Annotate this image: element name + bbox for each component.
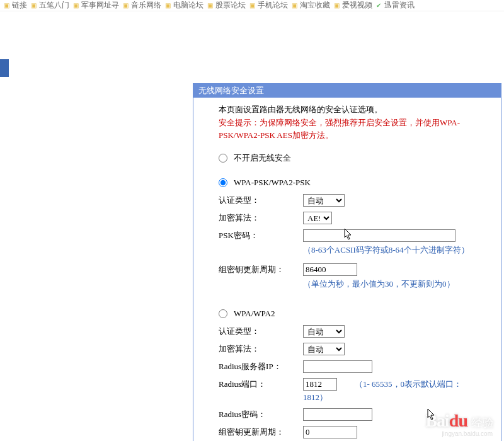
field-radius-ip: Radius服务器IP： <box>219 360 492 373</box>
security-option-wpapsk[interactable]: WPA-PSK/WPA2-PSK <box>219 178 492 188</box>
folder-icon: ▣ <box>333 2 340 9</box>
psk-password-input[interactable] <box>303 229 455 242</box>
panel-body: 本页面设置路由器无线网络的安全认证选项。 安全提示：为保障网络安全，强烈推荐开启… <box>193 98 501 441</box>
watermark-url: jingyan.baidu.com <box>442 430 493 437</box>
field-auth-type: 认证类型： 自动 <box>219 194 492 207</box>
radius-port-hint: （1- 65535，0表示默认端口： <box>355 379 462 390</box>
radius-port-hint2: 1812） <box>303 392 492 403</box>
group-key-hint: （单位为秒，最小值为30，不更新则为0） <box>303 278 492 290</box>
radio-none[interactable] <box>219 154 227 163</box>
psk-password-label: PSK密码： <box>219 230 303 241</box>
wpa-group-key-input[interactable] <box>303 426 357 438</box>
radius-pwd-input[interactable] <box>303 408 372 421</box>
bookmark-item[interactable]: ▣手机论坛 <box>248 0 288 11</box>
bookmark-item[interactable]: ▣股票论坛 <box>206 0 246 11</box>
wpa-auth-type-label: 认证类型： <box>219 326 303 337</box>
bookmark-item[interactable]: ▣音乐网络 <box>122 0 161 11</box>
wpa-auth-type-select[interactable]: 自动 <box>303 325 345 338</box>
bookmark-item[interactable]: ▣军事网址寻 <box>72 0 119 11</box>
intro-warning: 安全提示：为保障网络安全，强烈推荐开启安全设置，并使用WPA-PSK/WPA2-… <box>219 117 492 141</box>
left-tab-indicator <box>0 59 9 77</box>
watermark-sub: 经验 <box>471 415 494 430</box>
folder-icon: ▣ <box>248 2 256 9</box>
radio-wpa-label: WPA/WPA2 <box>234 309 275 319</box>
intro-text: 本页面设置路由器无线网络的安全认证选项。 <box>219 104 492 115</box>
radius-port-label: Radius端口： <box>219 379 303 390</box>
radio-none-label: 不开启无线安全 <box>234 152 291 164</box>
bookmark-item[interactable]: ✔迅雷资讯 <box>375 0 415 11</box>
auth-type-label: 认证类型： <box>219 195 303 206</box>
encrypt-algo-select[interactable]: AES <box>303 212 332 224</box>
check-icon: ✔ <box>375 2 382 9</box>
group-key-label: 组密钥更新周期： <box>219 264 303 275</box>
field-group-key: 组密钥更新周期： <box>219 263 492 276</box>
bookmark-item[interactable]: ▣链接 <box>3 0 27 11</box>
folder-icon: ▣ <box>206 2 214 9</box>
group-key-input[interactable] <box>303 263 357 276</box>
wpa-group-key-label: 组密钥更新周期： <box>219 427 303 438</box>
radio-wpapsk-label: WPA-PSK/WPA2-PSK <box>234 178 311 188</box>
watermark-logo: Baidu <box>425 411 467 431</box>
field-wpa-auth-type: 认证类型： 自动 <box>219 325 492 338</box>
radius-port-input[interactable] <box>303 378 337 391</box>
panel-title: 无线网络安全设置 <box>193 84 501 98</box>
radio-wpapsk[interactable] <box>219 178 227 187</box>
radius-ip-input[interactable] <box>303 360 372 373</box>
wireless-security-panel: 无线网络安全设置 本页面设置路由器无线网络的安全认证选项。 安全提示：为保障网络… <box>193 83 501 441</box>
bookmark-item[interactable]: ▣淘宝收藏 <box>290 0 330 11</box>
wpa-encrypt-algo-label: 加密算法： <box>219 343 303 355</box>
radius-ip-label: Radius服务器IP： <box>219 361 303 372</box>
field-psk-password: PSK密码： <box>219 229 492 242</box>
folder-icon: ▣ <box>30 2 37 9</box>
security-option-wpa[interactable]: WPA/WPA2 <box>219 309 492 319</box>
watermark: Baidu 经验 <box>425 411 494 431</box>
bookmark-item[interactable]: ▣电脑论坛 <box>164 0 203 11</box>
field-wpa-encrypt-algo: 加密算法： 自动 <box>219 343 492 355</box>
folder-icon: ▣ <box>72 2 79 9</box>
field-encrypt-algo: 加密算法： AES <box>219 212 492 224</box>
security-option-none[interactable]: 不开启无线安全 <box>219 152 492 164</box>
field-radius-port: Radius端口： （1- 65535，0表示默认端口： <box>219 378 492 391</box>
bookmarks-bar: ▣链接 ▣五笔八门 ▣军事网址寻 ▣音乐网络 ▣电脑论坛 ▣股票论坛 ▣手机论坛… <box>0 0 504 11</box>
auth-type-select[interactable]: 自动 <box>303 194 345 207</box>
psk-hint: （8-63个ACSII码字符或8-64个十六进制字符） <box>303 244 492 256</box>
wpa-encrypt-algo-select[interactable]: 自动 <box>303 343 345 355</box>
bookmark-item[interactable]: ▣爱视视频 <box>333 0 372 11</box>
bookmark-item[interactable]: ▣五笔八门 <box>30 0 69 11</box>
folder-icon: ▣ <box>3 2 10 9</box>
radio-wpa[interactable] <box>219 309 227 318</box>
folder-icon: ▣ <box>122 2 129 9</box>
page-area: 无线网络安全设置 本页面设置路由器无线网络的安全认证选项。 安全提示：为保障网络… <box>0 11 504 441</box>
radius-pwd-label: Radius密码： <box>219 409 303 420</box>
folder-icon: ▣ <box>164 2 171 9</box>
folder-icon: ▣ <box>290 2 298 9</box>
encrypt-algo-label: 加密算法： <box>219 212 303 224</box>
